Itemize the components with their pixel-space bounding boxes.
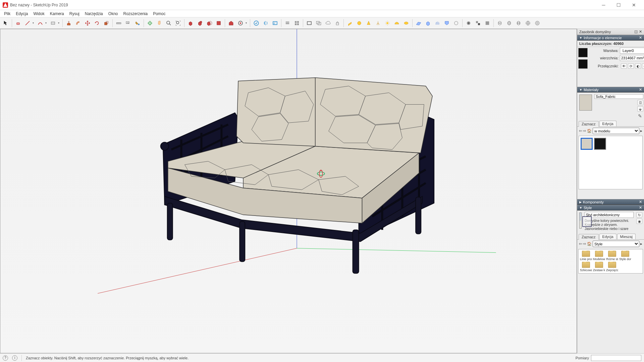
vmesh-3[interactable] (514, 19, 523, 27)
front-material-swatch[interactable] (578, 48, 588, 57)
zoomextents-tool[interactable] (174, 19, 182, 27)
panel-close-icon[interactable]: ✕ (639, 87, 642, 92)
zoom-tool[interactable] (164, 19, 173, 27)
nav-back-icon[interactable]: ⇦ (579, 129, 582, 133)
panel-styles[interactable]: ▼ Style ✕ (577, 205, 644, 210)
style-folder[interactable]: Zestaw k (593, 262, 605, 272)
nav-home-icon[interactable]: 🏠 (587, 242, 592, 246)
solid-tool1[interactable] (186, 19, 195, 27)
material-swatch[interactable] (594, 138, 606, 150)
toggle-cast[interactable]: ◑ (642, 63, 644, 69)
maximize-button[interactable]: ☐ (611, 0, 626, 10)
style-folder[interactable]: Style dor (619, 251, 631, 261)
rotate-tool[interactable] (93, 19, 101, 27)
tray-pin-icon[interactable]: ◫ (634, 29, 638, 34)
material-name-input[interactable] (594, 94, 643, 99)
style-scope-select[interactable]: Style (593, 241, 639, 247)
eyedropper-icon[interactable]: ✎ (638, 113, 642, 119)
solid-tool3[interactable] (205, 19, 214, 27)
measure-tool[interactable] (114, 19, 123, 27)
vlight-dome[interactable] (392, 19, 401, 27)
vray-cloud[interactable] (324, 19, 332, 27)
vray-viewport[interactable] (271, 19, 279, 27)
toggle-lock[interactable]: ⟳ (628, 63, 634, 69)
select-tool[interactable] (1, 19, 10, 27)
style-thumbnail[interactable] (579, 213, 582, 229)
nav-home-icon[interactable]: 🏠 (587, 129, 592, 133)
vlight-sphere[interactable] (355, 19, 364, 27)
solid-tool4[interactable] (214, 19, 223, 27)
panel-close-icon[interactable]: ✕ (639, 200, 642, 204)
styles-tab-edit[interactable]: Edycja (599, 234, 616, 239)
vutil-2[interactable] (474, 19, 482, 27)
dropdown-icon[interactable]: ▾ (246, 21, 248, 24)
panel-materials[interactable]: ▼ Materiały ✕ (577, 87, 644, 93)
vlight-spot[interactable] (364, 19, 373, 27)
vray-interactive[interactable] (261, 19, 270, 27)
arc-tool[interactable] (36, 19, 45, 27)
nav-back-icon[interactable]: ⇦ (579, 242, 582, 246)
menu-draw[interactable]: Rysuj (67, 11, 82, 17)
style-update-button[interactable]: ↻ (636, 212, 642, 218)
vobj-fur[interactable] (433, 19, 442, 27)
style-folder[interactable]: Linie pros (580, 251, 592, 261)
menu-file[interactable]: Plik (1, 11, 13, 17)
material-preview[interactable] (579, 95, 592, 111)
panel-components[interactable]: ▶ Komponenty ✕ (577, 199, 644, 205)
minimize-button[interactable]: ─ (596, 0, 611, 10)
vobj-proxy[interactable] (424, 19, 432, 27)
help-icon[interactable]: ? (3, 355, 8, 361)
move-tool[interactable] (83, 19, 92, 27)
viewport[interactable] (0, 29, 577, 353)
eraser-tool[interactable] (14, 19, 22, 27)
paint-tool[interactable] (133, 19, 142, 27)
style-name-input[interactable] (585, 212, 634, 218)
info-icon[interactable]: i (12, 355, 17, 361)
styles-tab-mix[interactable]: Mieszaj (617, 234, 636, 239)
text-tool[interactable]: A1 (124, 19, 132, 27)
rectangle-tool[interactable] (49, 19, 57, 27)
vobj-plane[interactable] (414, 19, 423, 27)
tray-close-icon[interactable]: ✕ (639, 29, 642, 34)
style-create-button[interactable]: ◉ (636, 219, 642, 224)
vmesh-1[interactable] (495, 19, 504, 27)
line-tool[interactable] (23, 19, 32, 27)
style-folder[interactable]: Zwycięzc (606, 262, 618, 272)
styles-tab-select[interactable]: Zaznacz (579, 234, 599, 240)
vray-batch[interactable] (292, 19, 301, 27)
panel-entity-info[interactable]: ▼ Informacje o elemencie ✕ (577, 35, 644, 41)
menu-view[interactable]: Widok (31, 11, 47, 17)
vutil-1[interactable] (464, 19, 473, 27)
nav-fwd-icon[interactable]: ⇨ (583, 242, 586, 246)
details-icon[interactable]: ▸ (640, 242, 642, 246)
vmesh-5[interactable] (533, 19, 542, 27)
panel-close-icon[interactable]: ✕ (639, 36, 642, 40)
sample-material-button[interactable]: ⬙ (637, 106, 643, 112)
menu-help[interactable]: Pomoc (150, 11, 168, 17)
vray-frame2[interactable] (314, 19, 323, 27)
dropdown-icon[interactable]: ▾ (58, 21, 61, 24)
back-material-swatch[interactable] (578, 59, 588, 69)
material-scope-select[interactable]: w modelu (593, 128, 639, 134)
vray-lock[interactable] (333, 19, 342, 27)
measurements-input[interactable] (591, 355, 641, 361)
offset-tool[interactable] (74, 19, 83, 27)
style-folder[interactable]: Szkicowa (580, 262, 592, 272)
toggle-visible[interactable]: 👁 (621, 63, 627, 69)
panel-close-icon[interactable]: ✕ (639, 205, 642, 210)
menu-edit[interactable]: Edycja (13, 11, 31, 17)
pan-tool[interactable] (155, 19, 164, 27)
create-material-button[interactable]: ☲ (637, 100, 643, 105)
style-folder[interactable]: Modelow (593, 251, 605, 261)
vobj-displace[interactable] (452, 19, 461, 27)
menu-ext[interactable]: Rozszerzenia (120, 11, 150, 17)
vobj-clipper[interactable] (442, 19, 451, 27)
vlight-mesh[interactable] (402, 19, 411, 27)
vlight-ies[interactable] (374, 19, 382, 27)
vlight-plane[interactable] (345, 19, 354, 27)
material-swatch[interactable] (581, 138, 593, 150)
vray-settings[interactable] (283, 19, 292, 27)
vray-frame[interactable] (305, 19, 314, 27)
nav-fwd-icon[interactable]: ⇨ (583, 129, 586, 133)
vray-render[interactable] (252, 19, 261, 27)
